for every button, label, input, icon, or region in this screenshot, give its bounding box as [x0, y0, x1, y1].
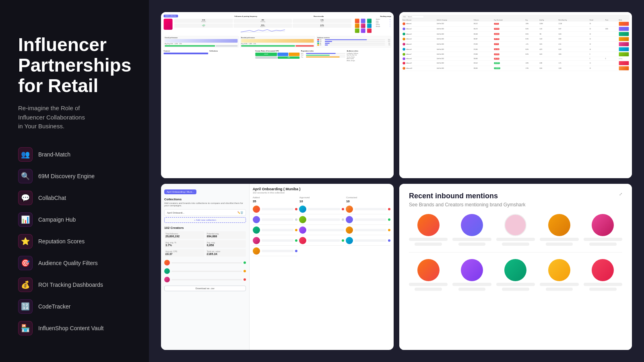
table-row: influencer8 14th Feb 2023 269,980 -48.72… [402, 57, 630, 60]
list-item [299, 206, 344, 214]
collection-item[interactable]: April Onboardi... ✏️🗑️ [164, 209, 246, 216]
main-creator-grid [253, 206, 390, 256]
filter-bar: Filter [402, 15, 630, 19]
sidebar-item-roi[interactable]: 💰 ROI Tracking Dashboards [18, 278, 133, 292]
brand-match-icon: 👥 [18, 147, 33, 162]
collection-main-title: April Onboarding ( Muniba ) [253, 187, 390, 191]
list-item [299, 216, 344, 225]
add-new-collection-button[interactable]: + Add new collection [164, 217, 246, 223]
influenshop-icon: 🏪 [18, 321, 33, 335]
panel-tr-inner: Filter Name & Account Added to Campaign … [399, 12, 632, 178]
sidebar-item-brand-match[interactable]: 👥 Brand-Match [18, 147, 133, 162]
table-row: influencer6 14th Feb 2023 274,006 -26.73… [402, 47, 630, 52]
influencer-table: Name & Account Added to Campaign Followe… [402, 19, 630, 71]
mention-item [496, 214, 535, 246]
mention-item [540, 259, 578, 291]
mention-item [452, 214, 491, 246]
collections-sidebar: April Onboarding ( Muni... Collections A… [161, 184, 250, 350]
section-followers-title: Followers & posting frequency [235, 15, 257, 17]
recent-media-grid [355, 19, 373, 33]
collections-desc: Add creators and brands into collections… [164, 202, 246, 207]
mentions-row-2 [409, 259, 622, 291]
stat-er-label: ER [175, 26, 232, 27]
list-item [253, 216, 297, 225]
mention-item [584, 214, 622, 246]
creator-rates-section: Creator Rates & forecasted CPE #10,023 +… [255, 49, 299, 62]
nav-label-codetracker: CodeTracker [38, 303, 70, 310]
sidebar-item-discovery[interactable]: 🔍 69M Discovery Engine [18, 169, 133, 183]
nav-label-brand-match: Brand-Match [38, 151, 70, 158]
stat-following-label: Following [234, 21, 291, 22]
collections-title: Collections [164, 197, 246, 201]
sidebar-item-collabchat[interactable]: 💬 CollabChat [18, 191, 133, 205]
collection-main: April Onboarding ( Muniba ) 102 accounts… [250, 184, 394, 350]
mention-item [496, 259, 535, 291]
table-row: influencer1 14th Feb 2023 363,512 -9.27%… [402, 21, 630, 27]
sidebar-subtitle: Re-imagine the Role ofInfluencer Collabo… [18, 104, 133, 131]
reputation-index-section: Reputation index Auth Qual Eng [301, 49, 345, 62]
mention-item [452, 259, 491, 291]
nav-label-reputation: Reputation Scores [38, 238, 85, 245]
mention-item [409, 259, 448, 291]
sidebar-title: InfluencerPartnershipsfor Retail [18, 35, 133, 96]
nav-label-discovery: 69M Discovery Engine [38, 173, 95, 179]
section-recent-media-title: Recent media [314, 15, 324, 17]
nav-label-campaign-hub: Campaign Hub [38, 216, 76, 223]
list-item [346, 226, 390, 235]
main-content: Add to collection Followers & posting fr… [149, 0, 644, 362]
add-to-collection-button[interactable]: Add to collection [164, 15, 178, 18]
mentions-subtitle: See Brands and Creators mentioning brand… [409, 202, 525, 208]
table-row: influencer3 14th Feb 2023 302,048 -46.84… [402, 31, 630, 37]
followers-chart [174, 29, 351, 33]
list-item [253, 247, 297, 256]
list-item [164, 259, 246, 266]
stat-avg-er-label: Avg ER [293, 26, 351, 27]
sidebar-item-codetracker[interactable]: 🔢 CodeTracker [18, 299, 133, 314]
list-item [346, 206, 390, 214]
profile-avatar [164, 19, 173, 30]
collection-columns-header: Added 35 Approved 10 Contacted 10 [253, 196, 390, 203]
collection-stats: Total followers 29,600,192 Potential eng… [164, 231, 246, 257]
table-row: influencer5 14th Feb 2023 372,020 -19.7%… [402, 41, 630, 47]
collabchat-icon: 💬 [18, 191, 33, 205]
mentions-row-1 [409, 214, 622, 246]
list-item [253, 226, 297, 235]
table-row: influencer7 14th Feb 2023 270,908 -24.93… [402, 52, 630, 57]
panel-bottom-left: April Onboarding ( Muni... Collections A… [161, 184, 394, 350]
table-row: influencer10 14th Feb 2023 200,066 +103.… [402, 66, 630, 71]
divider [409, 252, 622, 253]
roi-icon: 💰 [18, 278, 33, 292]
mention-item [409, 214, 448, 246]
panel-bottom-right: Recent inbound mentions See Brands and C… [399, 184, 632, 350]
branded-perf-card: Branded performance Eng: 64.8k 1,685 2.0… [240, 36, 315, 47]
collection-main-sub: 102 accounts in this collection [253, 191, 390, 194]
sidebar-item-reputation[interactable]: ⭐ Reputation Scores [18, 234, 133, 249]
sidebar-item-audience-quality[interactable]: 🎯 Audience Quality Filters [18, 256, 133, 270]
nav-label-influenshop: InfluenShop Content Vault [38, 325, 103, 331]
collection-dropdown[interactable]: April Onboarding ( Muni... [164, 189, 196, 194]
table-row: influencer4 14th Feb 2023 282,087 -58.74… [402, 37, 630, 42]
sidebar-nav: 👥 Brand-Match 🔍 69M Discovery Engine 💬 C… [18, 147, 133, 335]
section-hashtag-title: Hashtag usage [380, 15, 391, 17]
stat-er2-label: Avg ER% [234, 26, 291, 27]
panel-tl-inner: Add to collection Followers & posting fr… [161, 12, 394, 178]
audience-cities-section: Audience cities Los Angeles, California … [347, 49, 391, 62]
mention-item [540, 214, 578, 246]
discovery-icon: 🔍 [18, 169, 33, 183]
mention-item [584, 259, 622, 291]
hashtag-usage: #fashion #style #ootd #beauty #lifestyle [376, 19, 391, 28]
list-item [253, 206, 297, 214]
stat-followers-label: Followers [175, 21, 232, 22]
collections-section: Collections [209, 49, 254, 62]
expand-icon[interactable]: ⤢ [619, 192, 622, 196]
connect-section: Connect [164, 49, 208, 62]
filter-label: Filter [403, 16, 406, 17]
sidebar-item-campaign-hub[interactable]: 📊 Campaign Hub [18, 212, 133, 227]
filter-input[interactable] [406, 15, 424, 18]
sidebar: InfluencerPartnershipsfor Retail Re-imag… [0, 0, 149, 362]
table-row: influencer9 14th Feb 2023 222,142 +84.65… [402, 61, 630, 66]
sidebar-item-influenshop[interactable]: 🏪 InfluenShop Content Vault [18, 321, 133, 335]
audience-quality-icon: 🎯 [18, 256, 33, 270]
download-csv-button[interactable]: Download as .csv [164, 286, 246, 291]
inbound-mentions-panel: Recent inbound mentions See Brands and C… [399, 184, 632, 350]
